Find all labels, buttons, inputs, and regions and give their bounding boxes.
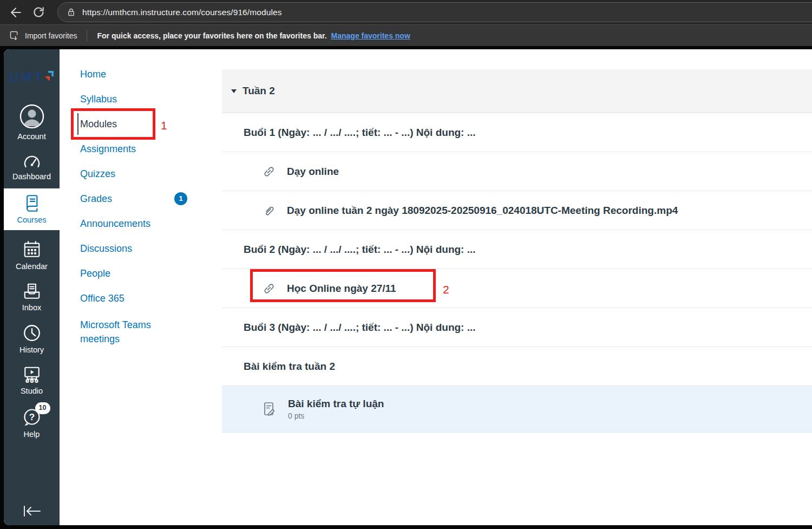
collapse-arrow-icon (21, 505, 43, 518)
umt-logo[interactable]: UMT (10, 68, 54, 87)
studio-icon (22, 365, 42, 384)
global-nav-sidebar: UMT Account Dashbo (4, 49, 60, 525)
url-bar[interactable]: https://umthcm.instructure.com/courses/9… (57, 2, 812, 22)
module-item-day-online[interactable]: Dạy online (222, 152, 812, 191)
collapse-global-nav-button[interactable] (21, 505, 43, 518)
external-link-icon (262, 165, 276, 179)
favorites-message: For quick access, place your favorites h… (97, 31, 326, 40)
module-subheader-buoi-1: Buổi 1 (Ngày: ... / .../ ....; tiết: ...… (222, 113, 812, 152)
umt-logo-mark-icon (45, 71, 54, 84)
courses-book-icon (22, 193, 42, 213)
sidebar-item-studio[interactable]: Studio (4, 365, 60, 395)
module-subheader-bai-kiem-tra: Bài kiểm tra tuần 2 (222, 347, 812, 386)
course-nav-quizzes[interactable]: Quizzes (80, 168, 222, 179)
sidebar-item-account[interactable]: Account (4, 103, 60, 141)
sidebar-item-dashboard[interactable]: Dashboard (4, 152, 60, 181)
module-item-recording-mp4[interactable]: Dạy online tuần 2 ngày 18092025-20250916… (222, 191, 812, 230)
browser-toolbar: https://umthcm.instructure.com/courses/9… (0, 0, 812, 24)
course-nav-home[interactable]: Home (80, 69, 222, 80)
module-title: Tuần 2 (243, 85, 275, 97)
calendar-icon (22, 240, 42, 259)
dashboard-gauge-icon (22, 152, 42, 169)
course-nav-announcements[interactable]: Announcements (80, 218, 222, 229)
course-nav-modules[interactable]: Modules (80, 119, 222, 129)
sidebar-item-label: Inbox (22, 303, 41, 312)
active-caret-bar (77, 113, 78, 135)
course-nav-grades[interactable]: Grades 1 (80, 193, 222, 204)
refresh-button[interactable] (29, 3, 48, 22)
collapse-module-icon[interactable] (231, 89, 237, 93)
sidebar-item-label: Dashboard (12, 172, 51, 181)
sidebar-item-label: Courses (17, 215, 47, 224)
sidebar-item-label: Account (17, 132, 45, 141)
module-header[interactable]: Tuần 2 (222, 69, 812, 113)
sidebar-item-label: Studio (21, 387, 43, 395)
favorites-divider (87, 30, 87, 42)
sidebar-item-inbox[interactable]: Inbox (4, 282, 60, 312)
sidebar-item-label: Calendar (16, 262, 48, 271)
import-favorites-icon (9, 30, 20, 41)
browser-chrome: https://umthcm.instructure.com/courses/9… (0, 0, 812, 46)
course-nav: Home Syllabus Modules Assignments Quizze… (60, 49, 222, 525)
sidebar-item-label: History (19, 345, 44, 354)
import-favorites-label: Import favorites (25, 31, 77, 40)
inbox-icon (22, 282, 42, 301)
course-nav-people[interactable]: People (80, 268, 222, 279)
canvas-app: UMT Account Dashbo (4, 49, 812, 525)
assignment-text: Bài kiểm tra tự luận 0 pts (288, 398, 384, 420)
sidebar-item-history[interactable]: History (4, 323, 60, 354)
sidebar-item-label: Help (24, 430, 40, 439)
module-subheader-buoi-2: Buổi 2 (Ngày: ... / .../ ....; tiết: ...… (222, 230, 812, 269)
attachment-paperclip-icon (262, 204, 276, 218)
assignment-points: 0 pts (288, 412, 384, 420)
course-nav-discussions[interactable]: Discussions (80, 243, 222, 254)
svg-text:?: ? (29, 412, 34, 422)
module-tuan-2: Tuần 2 Buổi 1 (Ngày: ... / .../ ....; ti… (222, 69, 812, 433)
course-nav-syllabus[interactable]: Syllabus (80, 94, 222, 105)
sidebar-item-courses[interactable]: Courses (4, 188, 60, 230)
assignment-icon (262, 401, 277, 417)
back-arrow-icon (9, 5, 23, 19)
grades-count-badge: 1 (174, 192, 187, 205)
help-icon: ? 10 (21, 407, 43, 427)
module-item-bai-kiem-tra-tu-luan[interactable]: Bài kiểm tra tự luận 0 pts (222, 386, 812, 433)
history-clock-icon (22, 323, 42, 343)
refresh-icon (32, 5, 45, 19)
course-nav-assignments[interactable]: Assignments (80, 143, 222, 154)
assignment-title[interactable]: Bài kiểm tra tự luận (288, 398, 384, 410)
sidebar-item-calendar[interactable]: Calendar (4, 240, 60, 271)
modules-content: Tuần 2 Buổi 1 (Ngày: ... / .../ ....; ti… (222, 49, 812, 525)
sidebar-item-help[interactable]: ? 10 Help (4, 407, 60, 439)
course-nav-office365[interactable]: Office 365 (80, 293, 222, 304)
manage-favorites-link[interactable]: Manage favorites now (331, 31, 410, 40)
import-favorites-button[interactable]: Import favorites (9, 30, 77, 41)
screenshot-root: { "browser": { "url": "https://umthcm.in… (0, 0, 812, 529)
module-subheader-buoi-3: Buổi 3 (Ngày: ... / .../ ....; tiết: ...… (222, 308, 812, 347)
course-nav-teams-meetings[interactable]: Microsoft Teams meetings (80, 318, 222, 346)
account-avatar-icon (19, 103, 45, 129)
back-button[interactable] (6, 3, 25, 22)
module-item-hoc-online-27-11[interactable]: Học Online ngày 27/11 (222, 269, 812, 308)
help-count-badge: 10 (35, 402, 50, 414)
course-nav-list: Home Syllabus Modules Assignments Quizze… (80, 69, 222, 346)
umt-logo-text: UMT (10, 70, 45, 85)
external-link-icon (262, 282, 276, 296)
favorites-bar: Import favorites For quick access, place… (0, 24, 812, 46)
lock-icon (66, 7, 76, 17)
url-text: https://umthcm.instructure.com/courses/9… (82, 8, 282, 17)
